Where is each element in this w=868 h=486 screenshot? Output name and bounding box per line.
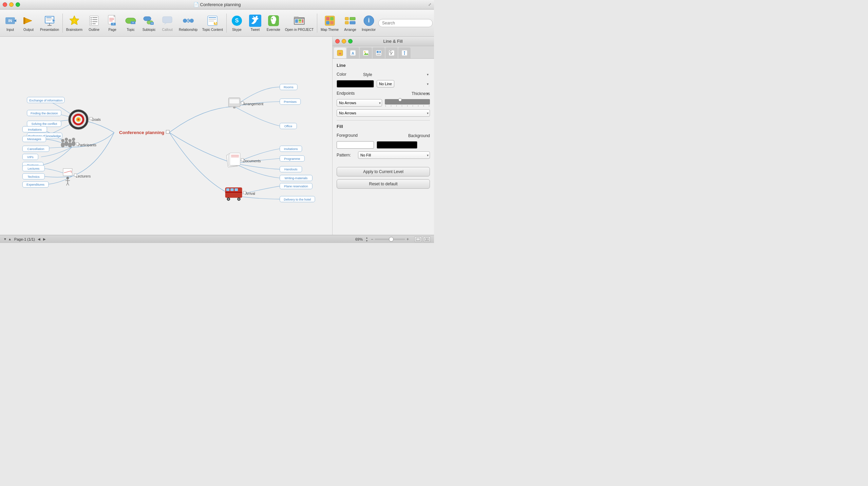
toolbar-presentation[interactable]: ▶ Presentation xyxy=(38,11,61,35)
svg-rect-184 xyxy=(416,238,420,241)
toolbar-outline[interactable]: Outline xyxy=(85,11,103,35)
thickness-control xyxy=(385,99,430,107)
fill-section-title: Fill xyxy=(337,124,430,129)
zoom-up-button[interactable]: ▲ xyxy=(365,236,369,239)
svg-rect-59 xyxy=(295,19,298,23)
inspector-tab-layout[interactable] xyxy=(373,48,385,58)
toolbar-topic[interactable]: + Topic xyxy=(122,11,139,35)
svg-text:Conference planning: Conference planning xyxy=(119,130,164,135)
svg-text:Rooms: Rooms xyxy=(284,86,294,89)
svg-rect-185 xyxy=(425,238,427,241)
presentation-icon: ▶ xyxy=(43,15,56,27)
nav-next-icon[interactable]: ▶ xyxy=(43,237,46,241)
single-page-view-button[interactable] xyxy=(414,237,422,242)
zoom-controls: 69% ▲ ▼ − + xyxy=(355,236,409,242)
inspector-panel-title: Line & Fill xyxy=(355,39,431,44)
zoom-plus-icon[interactable]: + xyxy=(407,237,409,242)
main-area: Conference planning Goals Exchange of in… xyxy=(0,37,434,235)
svg-text:i: i xyxy=(368,17,370,24)
toolbar-subtopic[interactable]: + Subtopic xyxy=(140,11,158,35)
svg-rect-45 xyxy=(209,17,216,18)
window-controls xyxy=(3,2,20,7)
toolbar-map-theme[interactable]: Map Theme xyxy=(319,11,341,35)
inspector-panel: Line & Fill A xyxy=(332,37,434,235)
line-style-label: Style xyxy=(363,72,372,77)
svg-text:Handouts: Handouts xyxy=(284,168,298,171)
line-style-label-wrap: Style xyxy=(363,71,430,77)
endpoint2-row: No Arrows → xyxy=(337,109,430,117)
thickness-slider[interactable] xyxy=(385,99,430,105)
multi-page-view-button[interactable] xyxy=(423,237,431,242)
reset-to-default-button[interactable]: Reset to default xyxy=(337,179,430,189)
toolbar-tweet[interactable]: Tweet xyxy=(246,11,264,35)
inspector-close-button[interactable] xyxy=(335,39,340,43)
zoom-minus-icon[interactable]: − xyxy=(371,237,373,242)
svg-rect-68 xyxy=(345,17,348,20)
svg-point-95 xyxy=(64,141,68,146)
toolbar-page[interactable]: + Page xyxy=(103,11,121,35)
close-button[interactable] xyxy=(3,2,7,7)
toolbar-inspector[interactable]: i Inspector xyxy=(360,11,378,35)
svg-point-182 xyxy=(404,51,405,53)
tweet-label: Tweet xyxy=(251,28,260,32)
evernote-icon xyxy=(267,15,280,27)
canvas[interactable]: Conference planning Goals Exchange of in… xyxy=(0,37,332,235)
inspector-tab-text[interactable]: A xyxy=(347,48,359,58)
svg-rect-183 xyxy=(404,53,405,55)
toolbar-topic-content[interactable]: ✎ Topic Content xyxy=(200,11,225,35)
expand-button[interactable]: ⤢ xyxy=(428,2,431,7)
inspector-tab-image[interactable] xyxy=(360,48,372,58)
maximize-button[interactable] xyxy=(16,2,20,7)
inspector-tab-info[interactable] xyxy=(398,48,411,58)
minimize-button[interactable] xyxy=(9,2,14,7)
toolbar-input[interactable]: IN Input xyxy=(1,11,19,35)
nav-up-icon[interactable]: ▲ xyxy=(8,237,12,241)
toolbar-brainstorm[interactable]: ⚡ Brainstorm xyxy=(64,11,84,35)
inspector-maximize-button[interactable] xyxy=(348,39,353,43)
toolbar-skype[interactable]: S Skype xyxy=(228,11,246,35)
svg-line-120 xyxy=(68,183,69,186)
topic-label: Topic xyxy=(127,28,134,32)
toolbar-arrange[interactable]: Arrange xyxy=(341,11,359,35)
zoom-slider-thumb[interactable] xyxy=(389,237,394,242)
nav-prev-icon[interactable]: ◀ xyxy=(38,237,40,241)
svg-point-174 xyxy=(364,51,365,53)
endpoint1-select[interactable]: No Arrows → ← xyxy=(337,99,382,107)
toolbar-search xyxy=(378,19,433,27)
outline-label: Outline xyxy=(89,28,99,32)
mindmap-svg: Conference planning Goals Exchange of in… xyxy=(0,37,332,235)
zoom-down-button[interactable]: ▼ xyxy=(365,239,369,242)
toolbar: IN Input Output ▶ P xyxy=(0,10,434,37)
zoom-slider[interactable] xyxy=(375,239,405,240)
pattern-row: Pattern: No Fill Solid xyxy=(337,151,430,159)
nav-down-icon[interactable]: ▼ xyxy=(3,237,7,241)
single-page-icon xyxy=(416,238,420,241)
inspector-minimize-button[interactable] xyxy=(342,39,346,43)
toolbar-open-in-project[interactable]: Open in PROJECT xyxy=(283,11,316,35)
inspector-tab-wrench[interactable] xyxy=(385,48,398,58)
toolbar-evernote[interactable]: Evernote xyxy=(265,11,282,35)
endpoints-thickness-row: No Arrows → ← xyxy=(337,99,430,107)
toolbar-relationship[interactable]: Relationship xyxy=(177,11,200,35)
svg-rect-113 xyxy=(63,169,72,176)
apply-to-current-level-button[interactable]: Apply to Current Level xyxy=(337,167,430,176)
svg-text:+: + xyxy=(151,22,153,24)
svg-rect-57 xyxy=(294,17,299,18)
svg-text:Writing-materials: Writing-materials xyxy=(284,176,307,180)
line-style-select[interactable]: No Line Solid Dashed xyxy=(377,80,394,88)
svg-text:✎: ✎ xyxy=(214,22,217,25)
inspector-panel-titlebar: Line & Fill xyxy=(333,37,434,46)
pattern-label: Pattern: xyxy=(337,153,355,157)
inspector-tab-fill[interactable] xyxy=(334,48,346,58)
endpoint2-select[interactable]: No Arrows → xyxy=(337,109,430,117)
background-color-swatch[interactable] xyxy=(377,141,417,149)
brainstorm-icon: ⚡ xyxy=(68,15,80,27)
foreground-color-swatch[interactable] xyxy=(337,141,374,149)
svg-rect-35 xyxy=(144,17,151,21)
toolbar-output[interactable]: Output xyxy=(20,11,37,35)
line-color-swatch[interactable] xyxy=(337,80,374,88)
page-icon: + xyxy=(106,15,118,27)
pattern-select[interactable]: No Fill Solid xyxy=(358,151,430,159)
pattern-select-wrap: No Fill Solid xyxy=(358,151,430,159)
search-input[interactable] xyxy=(378,19,433,27)
